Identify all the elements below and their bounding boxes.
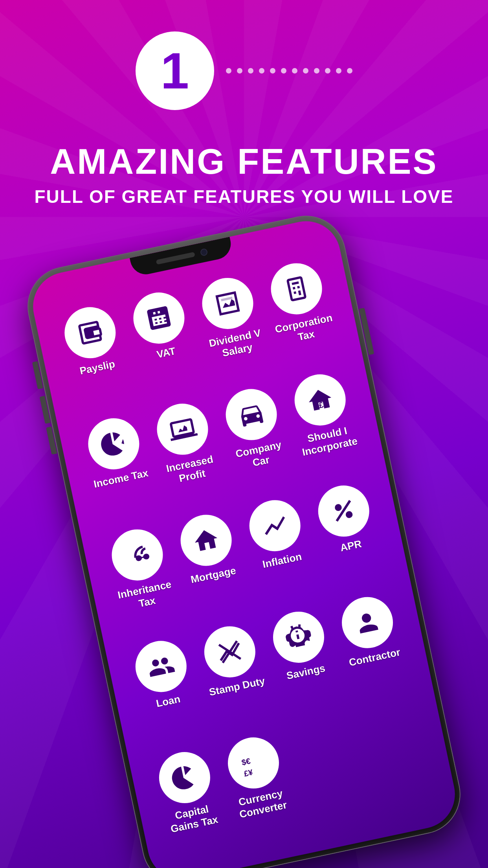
dot xyxy=(226,68,231,74)
app-item-company-car[interactable]: Company Car xyxy=(215,383,298,500)
handshake-icon xyxy=(121,539,154,572)
app-item-currency-converter[interactable]: $€ £¥ Currency Converter xyxy=(217,732,300,848)
app-item-savings[interactable]: Savings xyxy=(262,606,345,722)
app-item-inheritance-tax[interactable]: Inheritance Tax xyxy=(101,524,184,640)
calc2-icon xyxy=(280,272,313,305)
pie-icon xyxy=(97,428,130,460)
step-section: 1 AMAZING FEATURES FULL OF GREAT FEATURE… xyxy=(0,31,488,207)
calculator-icon xyxy=(142,302,175,335)
app-item-incorporate[interactable]: £ Should I Incorporate xyxy=(284,369,367,485)
dot xyxy=(237,68,242,74)
app-item-apr[interactable]: APR xyxy=(308,480,391,596)
app-item-increased-profit[interactable]: Increased Profit xyxy=(147,398,229,514)
app-label-payslip: Payslip xyxy=(79,358,116,377)
app-label-currency-converter: Currency Converter xyxy=(229,785,295,822)
app-item-contractor[interactable]: Contractor xyxy=(331,591,414,707)
app-icon-increased-profit xyxy=(152,399,213,460)
house-pound-icon: £ xyxy=(304,384,336,416)
app-label-apr: APR xyxy=(339,538,363,554)
dot xyxy=(281,68,286,74)
app-label-company-car: Company Car xyxy=(227,437,293,474)
svg-text:£¥: £¥ xyxy=(243,768,253,778)
dot xyxy=(325,68,330,74)
step-dots xyxy=(226,68,352,74)
app-label-dividend: Dividend V Salary xyxy=(203,326,269,363)
app-label-contractor: Contractor xyxy=(348,646,401,669)
app-icon-apr xyxy=(313,481,374,541)
percent-icon xyxy=(327,495,360,528)
headline-sub: FULL OF GREAT FEATURES YOU WILL LOVE xyxy=(35,186,454,207)
app-icon-corporation-tax xyxy=(266,259,327,319)
app-icon-payslip xyxy=(60,302,120,363)
app-item-inflation[interactable]: Inflation xyxy=(239,495,322,611)
phone-screen: Payslip VAT xyxy=(27,215,461,868)
app-icon-savings xyxy=(268,607,328,668)
app-icon-mortgage xyxy=(176,510,236,571)
app-icon-capital-gains-tax xyxy=(154,747,215,808)
app-icon-inflation xyxy=(244,496,305,556)
app-item-corporation-tax[interactable]: Corporation Tax xyxy=(261,257,343,374)
app-item-stamp-duty[interactable]: Stamp Duty xyxy=(194,620,277,737)
step-row: 1 xyxy=(0,31,488,110)
app-icon-inheritance-tax xyxy=(107,525,167,585)
app-icon-contractor xyxy=(337,592,397,653)
notch-camera xyxy=(200,248,208,256)
house-icon xyxy=(190,524,222,557)
app-grid: Payslip VAT xyxy=(45,248,448,868)
app-icon-stamp-duty xyxy=(199,622,260,682)
dot xyxy=(336,68,341,74)
app-label-capital-gains-tax: Capital Gains Tax xyxy=(160,800,226,837)
person-icon xyxy=(351,606,383,639)
dot xyxy=(347,68,352,74)
app-label-incorporate: Should I Incorporate xyxy=(295,422,361,459)
app-icon-currency-converter: $€ £¥ xyxy=(223,733,283,793)
app-label-inheritance-tax: Inheritance Tax xyxy=(113,577,179,614)
app-item-loan[interactable]: Loan xyxy=(125,635,208,751)
app-item-dividend[interactable]: Dividend V Salary xyxy=(192,272,275,388)
app-item-payslip[interactable]: Payslip xyxy=(54,301,137,417)
laptop-chart-icon xyxy=(166,413,199,446)
dot xyxy=(248,68,253,74)
step-circle: 1 xyxy=(136,31,214,110)
app-icon-loan xyxy=(130,636,191,697)
app-item-mortgage[interactable]: Mortgage xyxy=(170,509,253,625)
app-label-vat: VAT xyxy=(156,345,177,361)
app-item-income-tax[interactable]: Income Tax xyxy=(78,412,161,529)
line-chart-icon xyxy=(259,509,291,542)
dot xyxy=(270,68,275,74)
app-label-corporation-tax: Corporation Tax xyxy=(272,311,338,348)
app-item-vat[interactable]: VAT xyxy=(123,287,206,403)
dot xyxy=(314,68,319,74)
app-label-stamp-duty: Stamp Duty xyxy=(208,675,266,699)
app-label-mortgage: Mortgage xyxy=(190,565,237,586)
currencies-icon: $€ £¥ xyxy=(237,747,270,779)
chart-icon xyxy=(211,287,244,320)
app-label-increased-profit: Increased Profit xyxy=(158,452,224,489)
app-icon-vat xyxy=(128,288,189,348)
app-icon-income-tax xyxy=(83,414,144,474)
dot xyxy=(259,68,264,74)
svg-text:$€: $€ xyxy=(240,756,251,767)
app-icon-dividend xyxy=(197,273,258,334)
step-number: 1 xyxy=(161,45,189,96)
app-icon-incorporate: £ xyxy=(290,370,350,430)
wallet-icon xyxy=(73,316,106,349)
notch-speaker xyxy=(156,252,195,265)
phone-outer: Payslip VAT xyxy=(21,209,467,868)
dot xyxy=(303,68,308,74)
pie2-icon xyxy=(168,761,201,794)
piggy-icon xyxy=(282,621,315,653)
car-icon xyxy=(235,398,268,431)
headline: AMAZING FEATURES FULL OF GREAT FEATURES … xyxy=(35,142,454,207)
headline-main: AMAZING FEATURES xyxy=(35,142,454,182)
app-label-inflation: Inflation xyxy=(261,551,303,571)
dot xyxy=(292,68,297,74)
app-label-income-tax: Income Tax xyxy=(93,467,150,491)
people-money-icon xyxy=(145,650,177,683)
app-item-capital-gains-tax[interactable]: Capital Gains Tax xyxy=(149,746,231,862)
app-label-loan: Loan xyxy=(155,693,181,710)
app-icon-company-car xyxy=(221,384,281,445)
cross-chart-icon xyxy=(213,635,246,668)
phone-mockup: Payslip VAT xyxy=(21,209,467,868)
app-label-savings: Savings xyxy=(285,662,326,682)
